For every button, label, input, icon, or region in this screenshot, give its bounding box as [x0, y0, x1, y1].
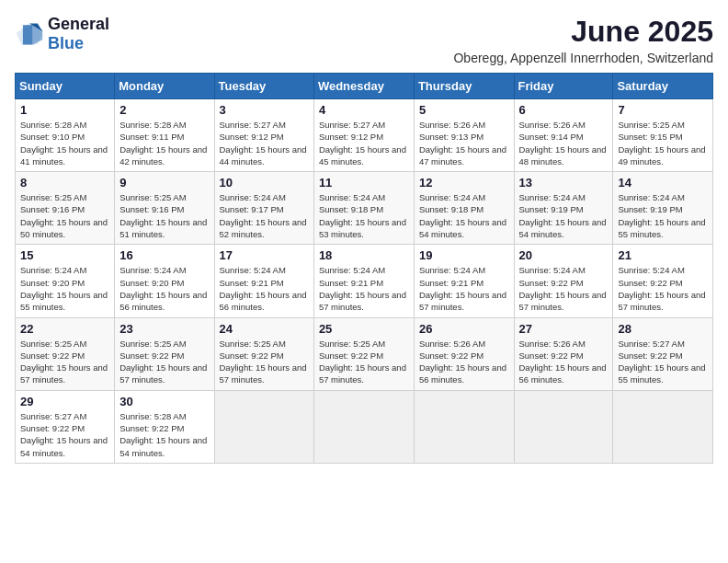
day-6: 6 Sunrise: 5:26 AM Sunset: 9:14 PM Dayli… [514, 99, 613, 172]
day-16: 16 Sunrise: 5:24 AM Sunset: 9:20 PM Dayl… [115, 245, 214, 317]
week-row-2: 8 Sunrise: 5:25 AM Sunset: 9:16 PM Dayli… [16, 172, 713, 245]
location-subtitle: Oberegg, Appenzell Innerrhoden, Switzerl… [453, 51, 713, 65]
week-row-1: 1 Sunrise: 5:28 AM Sunset: 9:10 PM Dayli… [16, 99, 713, 172]
day-4: 4 Sunrise: 5:27 AM Sunset: 9:12 PM Dayli… [313, 99, 414, 172]
day-1: 1 Sunrise: 5:28 AM Sunset: 9:10 PM Dayli… [16, 99, 115, 172]
day-8: 8 Sunrise: 5:25 AM Sunset: 9:16 PM Dayli… [16, 172, 115, 245]
logo-icon [15, 21, 44, 47]
day-17: 17 Sunrise: 5:24 AM Sunset: 9:21 PM Dayl… [214, 245, 313, 317]
empty-cell-2 [313, 390, 414, 463]
day-12: 12 Sunrise: 5:24 AM Sunset: 9:18 PM Dayl… [414, 172, 514, 245]
day-2: 2 Sunrise: 5:28 AM Sunset: 9:11 PM Dayli… [115, 99, 214, 172]
empty-cell-5 [613, 390, 713, 463]
logo-general: General [48, 15, 109, 33]
day-25: 25 Sunrise: 5:25 AM Sunset: 9:22 PM Dayl… [313, 317, 414, 390]
month-title: June 2025 [453, 15, 713, 49]
day-30: 30 Sunrise: 5:28 AM Sunset: 9:22 PM Dayl… [115, 390, 214, 463]
day-27: 27 Sunrise: 5:26 AM Sunset: 9:22 PM Dayl… [514, 317, 613, 390]
header-sunday: Sunday [16, 74, 115, 99]
header-wednesday: Wednesday [313, 74, 414, 99]
day-5: 5 Sunrise: 5:26 AM Sunset: 9:13 PM Dayli… [414, 99, 514, 172]
day-11: 11 Sunrise: 5:24 AM Sunset: 9:18 PM Dayl… [313, 172, 414, 245]
empty-cell-3 [414, 390, 514, 463]
header-thursday: Thursday [414, 74, 514, 99]
day-14: 14 Sunrise: 5:24 AM Sunset: 9:19 PM Dayl… [613, 172, 713, 245]
day-21: 21 Sunrise: 5:24 AM Sunset: 9:22 PM Dayl… [613, 245, 713, 317]
day-22: 22 Sunrise: 5:25 AM Sunset: 9:22 PM Dayl… [16, 317, 115, 390]
header-monday: Monday [115, 74, 214, 99]
header-friday: Friday [514, 74, 613, 99]
day-7: 7 Sunrise: 5:25 AM Sunset: 9:15 PM Dayli… [613, 99, 713, 172]
day-10: 10 Sunrise: 5:24 AM Sunset: 9:17 PM Dayl… [214, 172, 313, 245]
header-tuesday: Tuesday [214, 74, 313, 99]
day-24: 24 Sunrise: 5:25 AM Sunset: 9:22 PM Dayl… [214, 317, 313, 390]
day-19: 19 Sunrise: 5:24 AM Sunset: 9:21 PM Dayl… [414, 245, 514, 317]
calendar-header-row: Sunday Monday Tuesday Wednesday Thursday… [16, 74, 713, 99]
week-row-5: 29 Sunrise: 5:27 AM Sunset: 9:22 PM Dayl… [16, 390, 713, 463]
day-9: 9 Sunrise: 5:25 AM Sunset: 9:16 PM Dayli… [115, 172, 214, 245]
day-13: 13 Sunrise: 5:24 AM Sunset: 9:19 PM Dayl… [514, 172, 613, 245]
logo-text: General Blue [48, 15, 109, 53]
empty-cell-4 [514, 390, 613, 463]
header-saturday: Saturday [613, 74, 713, 99]
logo-blue: Blue [48, 34, 84, 52]
day-15: 15 Sunrise: 5:24 AM Sunset: 9:20 PM Dayl… [16, 245, 115, 317]
week-row-3: 15 Sunrise: 5:24 AM Sunset: 9:20 PM Dayl… [16, 245, 713, 317]
day-3: 3 Sunrise: 5:27 AM Sunset: 9:12 PM Dayli… [214, 99, 313, 172]
day-20: 20 Sunrise: 5:24 AM Sunset: 9:22 PM Dayl… [514, 245, 613, 317]
calendar-table: Sunday Monday Tuesday Wednesday Thursday… [15, 73, 713, 464]
week-row-4: 22 Sunrise: 5:25 AM Sunset: 9:22 PM Dayl… [16, 317, 713, 390]
title-area: June 2025 Oberegg, Appenzell Innerrhoden… [453, 15, 713, 65]
header: General Blue June 2025 Oberegg, Appenzel… [15, 15, 713, 65]
svg-marker-2 [23, 25, 33, 44]
day-29: 29 Sunrise: 5:27 AM Sunset: 9:22 PM Dayl… [16, 390, 115, 463]
empty-cell-1 [214, 390, 313, 463]
day-18: 18 Sunrise: 5:24 AM Sunset: 9:21 PM Dayl… [313, 245, 414, 317]
day-23: 23 Sunrise: 5:25 AM Sunset: 9:22 PM Dayl… [115, 317, 214, 390]
day-26: 26 Sunrise: 5:26 AM Sunset: 9:22 PM Dayl… [414, 317, 514, 390]
logo: General Blue [15, 15, 109, 53]
day-28: 28 Sunrise: 5:27 AM Sunset: 9:22 PM Dayl… [613, 317, 713, 390]
